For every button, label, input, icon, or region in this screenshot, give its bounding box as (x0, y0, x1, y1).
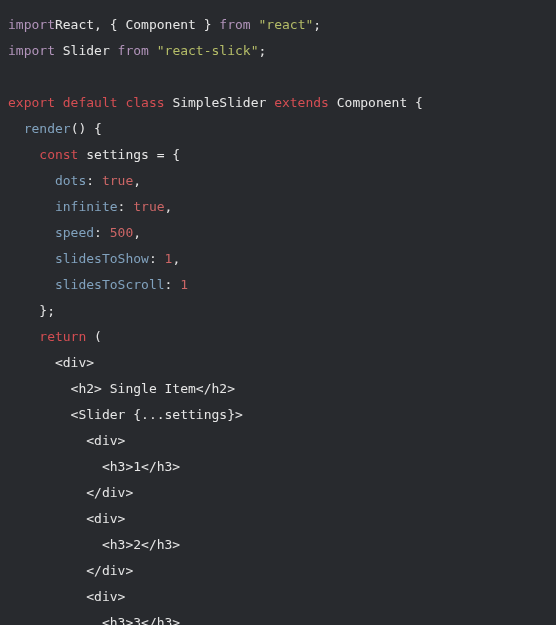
kw-const: const (8, 147, 78, 162)
text: Slider (55, 43, 118, 58)
jsx: <h3>3</h3> (8, 615, 180, 625)
text: , { (94, 17, 125, 32)
text: } (196, 17, 219, 32)
prop: slidesToScroll (8, 277, 165, 292)
kw-default: default (55, 95, 118, 110)
jsx: <div> (8, 589, 125, 604)
text: : (118, 199, 134, 214)
text: , (165, 199, 173, 214)
text: : (86, 173, 102, 188)
number: 500 (110, 225, 133, 240)
kw-export: export (8, 95, 55, 110)
text: { (415, 95, 423, 110)
kw-extends: extends (274, 95, 329, 110)
jsx: <h3>2</h3> (8, 537, 180, 552)
jsx: </div> (8, 485, 133, 500)
text: ; (258, 43, 266, 58)
text: }; (8, 303, 55, 318)
jsx: <div> (8, 511, 125, 526)
jsx: <Slider {...settings}> (8, 407, 243, 422)
kw-from: from (219, 17, 250, 32)
bool: true (133, 199, 164, 214)
kw-from: from (118, 43, 149, 58)
jsx: <h3>1</h3> (8, 459, 180, 474)
prop: speed (8, 225, 94, 240)
jsx: <h2> Single Item</h2> (8, 381, 235, 396)
text (149, 43, 157, 58)
text (251, 17, 259, 32)
text: ( (86, 329, 102, 344)
text: : (94, 225, 110, 240)
kw-return: return (8, 329, 86, 344)
text: ; (313, 17, 321, 32)
text: , (133, 225, 141, 240)
string: "react-slick" (157, 43, 259, 58)
text: : (165, 277, 181, 292)
text: Component (329, 95, 415, 110)
jsx: <div> (8, 433, 125, 448)
prop: infinite (8, 199, 118, 214)
bool: true (102, 173, 133, 188)
kw-class: class (118, 95, 165, 110)
text: , (133, 173, 141, 188)
text: , (172, 251, 180, 266)
prop: dots (8, 173, 86, 188)
text: Component (125, 17, 195, 32)
jsx: </div> (8, 563, 133, 578)
string: "react" (259, 17, 314, 32)
kw-import: import (8, 17, 55, 32)
number: 1 (180, 277, 188, 292)
method: render (8, 121, 71, 136)
text: settings = { (78, 147, 180, 162)
jsx: <div> (8, 355, 94, 370)
text: () { (71, 121, 102, 136)
code-block: importReact, { Component } from "react";… (8, 12, 548, 625)
kw-import: import (8, 43, 55, 58)
prop: slidesToShow (8, 251, 149, 266)
text: React (55, 17, 94, 32)
classname: SimpleSlider (165, 95, 275, 110)
text: : (149, 251, 165, 266)
